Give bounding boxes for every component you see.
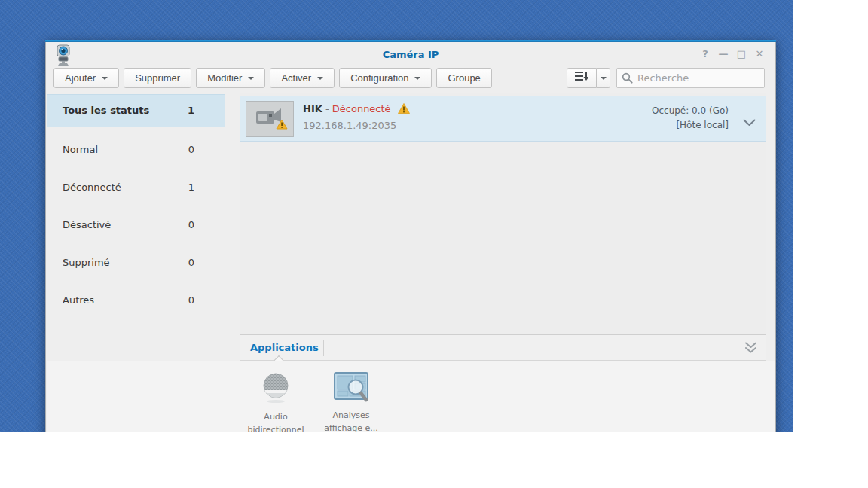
search-box: [616, 68, 765, 88]
app-label-line1: Analyses: [310, 410, 392, 421]
toolbar-right-group: [567, 68, 765, 88]
camera-row[interactable]: HIK - Déconnecté 192.168.1: [240, 96, 766, 142]
camera-info: HIK - Déconnecté 192.168.1: [303, 103, 410, 131]
camera-right-info: Occupé: 0.0 (Go) [Hôte local]: [652, 104, 729, 133]
camera-status: Déconnecté: [332, 103, 391, 114]
row-expand-chevron-icon[interactable]: [743, 115, 756, 130]
display-analytics-icon: [333, 371, 369, 407]
camera-thumbnail: [246, 101, 294, 137]
sidebar-item-others[interactable]: Autres 0: [47, 282, 225, 319]
caret-down-icon: [414, 77, 420, 80]
sidebar-item-label: Autres: [63, 294, 94, 306]
sidebar-item-count: 0: [188, 206, 194, 244]
configuration-button-label: Configuration: [350, 72, 408, 84]
caret-down-icon: [601, 77, 607, 80]
help-icon[interactable]: ?: [698, 47, 712, 61]
delete-button-label: Supprimer: [135, 72, 180, 84]
microphone-icon: [259, 371, 292, 407]
sidebar-item-normal[interactable]: Normal 0: [47, 131, 225, 169]
collapse-double-chevron-icon[interactable]: [744, 342, 757, 357]
enable-button[interactable]: Activer: [270, 68, 335, 88]
sidebar-item-deleted[interactable]: Supprimé 0: [47, 244, 225, 282]
search-icon: [622, 72, 633, 87]
sidebar-item-label: Supprimé: [63, 257, 110, 268]
camera-separator: -: [326, 103, 329, 114]
desktop-background: Caméra IP ? — □ ✕ Ajouter Supprimer Modi…: [0, 0, 793, 432]
applications-separator: [323, 340, 324, 356]
edit-button-label: Modifier: [207, 72, 242, 84]
sort-button[interactable]: [567, 68, 597, 88]
maximize-icon[interactable]: □: [735, 47, 748, 61]
status-sidebar: Tous les statuts 1 Normal 0 Déconnecté 1…: [47, 91, 225, 322]
sidebar-item-count: 0: [188, 282, 194, 319]
app-display-analytics[interactable]: Analyses affichage e...: [310, 371, 392, 432]
applications-tab[interactable]: Applications: [240, 335, 329, 360]
toolbar: Ajouter Supprimer Modifier Activer Confi…: [46, 67, 775, 90]
caret-down-icon: [102, 77, 108, 80]
app-label-line1: Audio: [235, 412, 316, 422]
titlebar: Caméra IP ? — □ ✕: [46, 42, 775, 67]
camera-title-line: HIK - Déconnecté: [303, 103, 410, 118]
camera-host: [Hôte local]: [652, 118, 729, 133]
applications-tab-label: Applications: [250, 342, 319, 353]
add-button-label: Ajouter: [65, 72, 96, 84]
delete-button[interactable]: Supprimer: [124, 68, 191, 88]
sidebar-item-count: 0: [188, 244, 194, 282]
search-input[interactable]: [616, 68, 765, 88]
app-label-line2: affichage e...: [310, 423, 392, 432]
ip-camera-app-icon: [55, 44, 72, 70]
window-controls: ? — □ ✕: [698, 47, 766, 61]
sort-options-dropdown[interactable]: [597, 68, 610, 88]
close-icon[interactable]: ✕: [753, 47, 766, 61]
camera-name: HIK: [303, 103, 322, 114]
enable-button-label: Activer: [281, 72, 311, 84]
app-label-line2: bidirectionnel: [235, 425, 316, 432]
camera-usage: Occupé: 0.0 (Go): [652, 104, 729, 118]
app-audio-bidirectional[interactable]: Audio bidirectionnel: [235, 371, 316, 432]
applications-area: Audio bidirectionnel: [47, 361, 775, 432]
screen: Caméra IP ? — □ ✕ Ajouter Supprimer Modi…: [0, 0, 868, 488]
camera-list-panel: HIK - Déconnecté 192.168.1: [240, 93, 766, 334]
caret-down-icon: [317, 77, 323, 80]
sidebar-item-label: Tous les statuts: [63, 105, 149, 116]
caret-down-icon: [248, 77, 254, 80]
sidebar-item-label: Déconnecté: [63, 181, 121, 193]
camera-address: 192.168.1.49:2035: [303, 120, 410, 131]
sort-icon: [575, 71, 588, 81]
group-button-label: Groupe: [448, 72, 480, 84]
toolbar-button-group: Ajouter Supprimer Modifier Activer Confi…: [53, 68, 492, 88]
sidebar-item-count: 0: [188, 131, 194, 169]
camera-ip-window: Caméra IP ? — □ ✕ Ajouter Supprimer Modi…: [45, 40, 776, 432]
sidebar-item-count: 1: [188, 169, 194, 206]
sidebar-item-count: 1: [188, 95, 194, 127]
configuration-button[interactable]: Configuration: [339, 68, 432, 88]
sidebar-item-label: Désactivé: [63, 219, 111, 230]
add-button[interactable]: Ajouter: [53, 68, 119, 88]
sidebar-item-label: Normal: [63, 144, 98, 155]
sidebar-item-all-statuses[interactable]: Tous les statuts 1: [47, 94, 225, 127]
sidebar-item-disabled[interactable]: Désactivé 0: [47, 206, 225, 244]
warning-icon: [398, 103, 410, 116]
sidebar-item-disconnected[interactable]: Déconnecté 1: [47, 169, 225, 206]
group-button[interactable]: Groupe: [436, 68, 491, 88]
minimize-icon[interactable]: —: [717, 47, 730, 61]
applications-bar: Applications: [240, 334, 766, 361]
window-title: Caméra IP: [46, 49, 775, 60]
edit-button[interactable]: Modifier: [196, 68, 265, 88]
